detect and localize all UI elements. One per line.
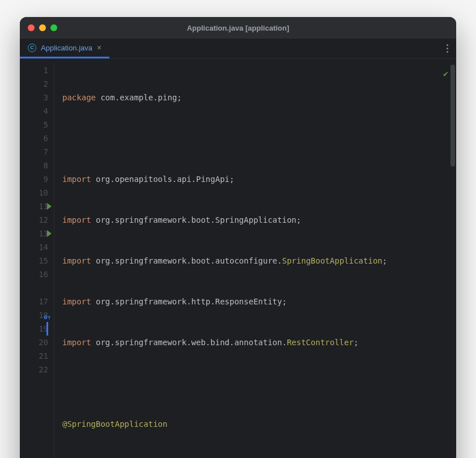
tab-label: Application.java [41,44,92,52]
class-file-icon: C [28,44,36,52]
minimize-window-button[interactable] [39,24,46,31]
run-gutter-icon[interactable] [47,203,52,210]
tab-close-icon[interactable]: × [97,44,101,52]
maximize-window-button[interactable] [50,24,57,31]
titlebar[interactable]: Application.java [application] [20,17,456,39]
code-area[interactable]: package com.example.ping; import org.ope… [54,63,456,458]
tabbar-spacer [109,39,439,58]
code-editor[interactable]: ✔ 1 2 3 4 5 6 7 8 9 10 11 12 13 14 15 16… [20,59,456,458]
tabbar: C Application.java × [20,39,456,59]
tab-options-icon[interactable] [439,39,456,58]
changed-line-marker [46,322,48,336]
close-window-button[interactable] [28,24,35,31]
editor-window: Application.java [application] C Applica… [20,17,456,458]
inlay-gutter [20,281,48,295]
traffic-lights [28,24,57,31]
run-gutter-icon[interactable] [47,230,52,237]
gutter[interactable]: 1 2 3 4 5 6 7 8 9 10 11 12 13 14 15 16 1… [20,63,54,458]
tab-application-java[interactable]: C Application.java × [20,39,109,58]
window-title: Application.java [application] [20,24,456,32]
